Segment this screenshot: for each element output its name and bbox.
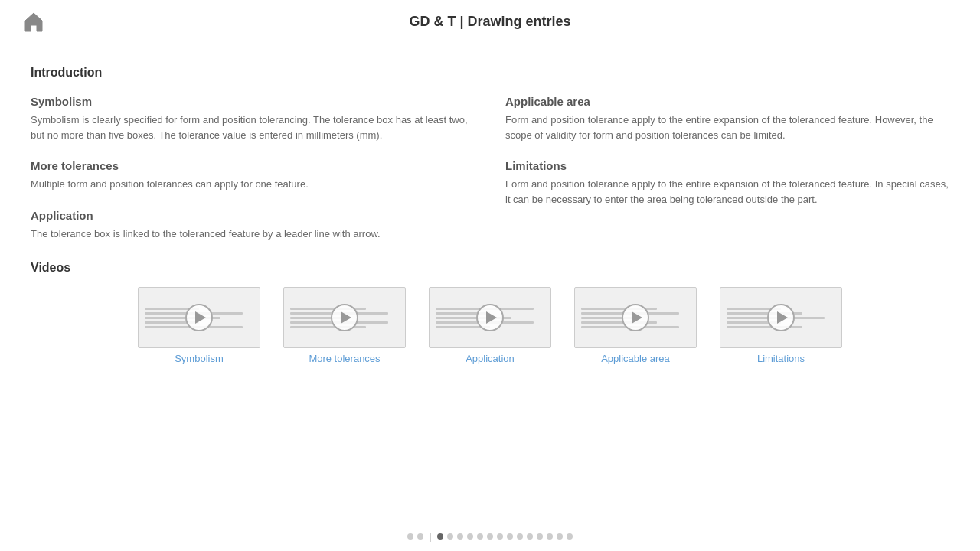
pagination-dot[interactable] <box>567 533 573 540</box>
symbolism-text: Symbolism is clearly specified for form … <box>31 112 475 142</box>
application-video-label: Application <box>466 353 514 364</box>
main-content: Introduction Symbolism Symbolism is clea… <box>0 44 980 372</box>
limitations-video-thumb[interactable] <box>720 287 842 348</box>
pagination-dot[interactable] <box>467 533 473 540</box>
symbolism-video-thumb[interactable] <box>138 287 260 348</box>
pagination-dot[interactable] <box>547 533 553 540</box>
pagination-dot[interactable] <box>457 533 463 540</box>
videos-heading: Videos <box>31 261 949 275</box>
page-title: GD & T | Drawing entries <box>67 14 980 30</box>
limitations-video-item[interactable]: Limitations <box>720 287 842 364</box>
pagination-dot[interactable] <box>527 533 533 540</box>
play-icon <box>476 304 504 331</box>
pagination: | <box>0 531 980 542</box>
symbolism-video-label: Symbolism <box>175 353 224 364</box>
left-column: Symbolism Symbolism is clearly specified… <box>31 95 475 258</box>
pagination-dot[interactable] <box>517 533 523 540</box>
more-tolerances-text: Multiple form and position tolerances ca… <box>31 177 475 192</box>
application-video-thumb[interactable] <box>429 287 551 348</box>
videos-row: Symbolism More tolerances <box>31 287 949 364</box>
play-icon <box>767 304 795 331</box>
application-video-item[interactable]: Application <box>429 287 551 364</box>
applicable-area-video-thumb[interactable] <box>574 287 697 348</box>
limitations-title: Limitations <box>505 159 949 172</box>
symbolism-video-item[interactable]: Symbolism <box>138 287 260 364</box>
applicable-area-video-label: Applicable area <box>601 353 670 364</box>
content-grid: Symbolism Symbolism is clearly specified… <box>31 95 949 258</box>
application-section: Application The tolerance box is linked … <box>31 209 475 242</box>
limitations-section: Limitations Form and position tolerance … <box>505 159 949 207</box>
home-button[interactable] <box>0 0 67 44</box>
more-tolerances-section: More tolerances Multiple form and positi… <box>31 159 475 192</box>
play-icon <box>331 304 358 331</box>
limitations-text: Form and position tolerance apply to the… <box>505 177 949 207</box>
play-icon <box>185 304 213 331</box>
more-tolerances-video-item[interactable]: More tolerances <box>283 287 406 364</box>
more-tolerances-video-thumb[interactable] <box>283 287 406 348</box>
right-column: Applicable area Form and position tolera… <box>505 95 949 258</box>
applicable-area-section: Applicable area Form and position tolera… <box>505 95 949 142</box>
symbolism-section: Symbolism Symbolism is clearly specified… <box>31 95 475 142</box>
applicable-area-video-item[interactable]: Applicable area <box>574 287 697 364</box>
pagination-dot[interactable] <box>537 533 543 540</box>
play-icon <box>622 304 649 331</box>
symbolism-title: Symbolism <box>31 95 475 108</box>
pagination-dot[interactable] <box>447 533 453 540</box>
pagination-dot[interactable] <box>477 533 483 540</box>
application-title: Application <box>31 209 475 222</box>
pagination-dot[interactable] <box>497 533 503 540</box>
header: GD & T | Drawing entries <box>0 0 980 44</box>
pagination-dot[interactable] <box>507 533 513 540</box>
applicable-area-text: Form and position tolerance apply to the… <box>505 112 949 142</box>
limitations-video-label: Limitations <box>757 353 805 364</box>
more-tolerances-title: More tolerances <box>31 159 475 172</box>
more-tolerances-video-label: More tolerances <box>309 353 380 364</box>
pagination-dot[interactable] <box>487 533 493 540</box>
pagination-dot[interactable] <box>557 533 563 540</box>
applicable-area-title: Applicable area <box>505 95 949 108</box>
home-icon <box>21 10 46 34</box>
intro-heading: Introduction <box>31 66 949 80</box>
pagination-separator: | <box>429 531 431 542</box>
application-text: The tolerance box is linked to the toler… <box>31 227 475 242</box>
pagination-dot[interactable] <box>437 533 443 540</box>
pagination-dot[interactable] <box>417 533 423 540</box>
pagination-dot[interactable] <box>407 533 413 540</box>
